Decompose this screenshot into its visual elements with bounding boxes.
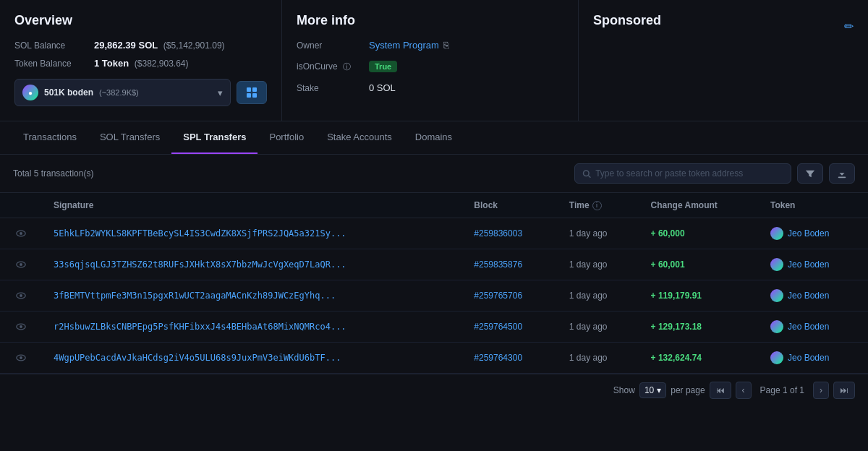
- search-box: [574, 163, 791, 184]
- change-amount-cell: + 129,173.18: [639, 312, 759, 343]
- download-button[interactable]: [829, 163, 855, 184]
- token-name-link[interactable]: Jeo Boden: [788, 291, 829, 301]
- sol-amount: 29,862.39 SOL: [94, 40, 158, 51]
- block-link[interactable]: #259764300: [474, 353, 522, 363]
- table-section: Total 5 transaction(s): [0, 155, 868, 406]
- next-page-button[interactable]: ›: [813, 382, 829, 399]
- block-link[interactable]: #259765706: [474, 291, 522, 301]
- tab-portfolio[interactable]: Portfolio: [258, 121, 315, 154]
- owner-link[interactable]: System Program: [369, 40, 439, 51]
- first-page-button[interactable]: ⏮: [710, 382, 731, 399]
- svg-point-10: [20, 263, 22, 266]
- owner-value: System Program ⎘: [369, 40, 449, 51]
- eye-icon: [16, 323, 26, 330]
- token-cell: Jeo Boden: [759, 280, 868, 312]
- signature-link[interactable]: r2HsbuwZLBksCNBPEpg5PsfKHFibxxJ4s4BEHbaA…: [54, 322, 346, 332]
- svg-point-16: [20, 356, 22, 359]
- eye-cell: [0, 280, 42, 312]
- block-cell: #259835876: [462, 249, 557, 280]
- is-on-curve-info-icon[interactable]: ⓘ: [343, 62, 351, 71]
- copy-icon[interactable]: ⎘: [443, 40, 449, 51]
- sponsored-title: Sponsored: [593, 13, 661, 28]
- token-dropdown[interactable]: ● 501K boden (~382.9K$) ▾: [14, 79, 231, 106]
- block-cell: #259836003: [462, 218, 557, 249]
- eye-cell: [0, 312, 42, 343]
- table-row: 33s6qjsqLGJ3TZHSZ62t8RUFsJXHktX8sX7bbzMw…: [0, 249, 868, 280]
- eye-cell: [0, 218, 42, 249]
- token-name-link[interactable]: Jeo Boden: [788, 259, 829, 270]
- token-cell: Jeo Boden: [759, 249, 868, 280]
- filter-icon: [805, 168, 815, 179]
- token-avatar: [770, 351, 783, 364]
- per-page-label: per page: [671, 385, 705, 395]
- eye-icon: [16, 230, 26, 237]
- change-amount-cell: + 60,000: [639, 218, 759, 249]
- svg-point-4: [584, 170, 590, 176]
- table-toolbar: Total 5 transaction(s): [0, 155, 868, 192]
- block-link[interactable]: #259835876: [474, 259, 522, 270]
- is-on-curve-row: isOnCurve ⓘ True: [297, 61, 563, 72]
- token-name-link[interactable]: Jeo Boden: [788, 322, 829, 332]
- time-info-icon[interactable]: i: [592, 201, 602, 210]
- token-cell: Jeo Boden: [759, 343, 868, 374]
- signature-cell: 33s6qjsqLGJ3TZHSZ62t8RUFsJXHktX8sX7bbzMw…: [42, 249, 462, 280]
- change-amount-value: + 119,179.91: [651, 291, 702, 301]
- edit-icon[interactable]: ✏: [844, 20, 854, 33]
- token-usd-amount: ($382,903.64): [135, 59, 189, 69]
- block-cell: #259765706: [462, 280, 557, 312]
- select-chevron-icon: ▾: [657, 385, 661, 395]
- token-name-link[interactable]: Jeo Boden: [788, 353, 829, 363]
- svg-point-8: [20, 232, 22, 235]
- signature-link[interactable]: 3fBEMTVttpmFe3M3n15pgxR1wUCT2aagaMACnKzh…: [54, 291, 336, 301]
- owner-row: Owner System Program ⎘: [297, 40, 563, 51]
- stake-row: Stake 0 SOL: [297, 82, 563, 93]
- token-balance-value: 1 Token ($382,903.64): [94, 58, 189, 69]
- true-badge: True: [369, 61, 397, 72]
- token-avatar: [770, 258, 783, 271]
- block-link[interactable]: #259836003: [474, 228, 522, 239]
- col-eye: [0, 193, 42, 218]
- svg-point-12: [20, 294, 22, 297]
- token-name-link[interactable]: Jeo Boden: [788, 228, 829, 239]
- sol-balance-row: SOL Balance 29,862.39 SOL ($5,142,901.09…: [14, 40, 267, 51]
- block-link[interactable]: #259764500: [474, 322, 522, 332]
- token-view-button[interactable]: [237, 81, 267, 104]
- stake-value: 0 SOL: [369, 82, 396, 93]
- tab-spl-transfers[interactable]: SPL Transfers: [171, 121, 258, 154]
- table-header-row: Signature Block Time i Change Amount Tok…: [0, 193, 868, 218]
- svg-rect-0: [247, 87, 251, 92]
- eye-icon: [16, 261, 26, 268]
- filter-button[interactable]: [797, 163, 823, 184]
- signature-link[interactable]: 33s6qjsqLGJ3TZHSZ62t8RUFsJXHktX8sX7bbzMw…: [54, 259, 346, 270]
- per-page-select[interactable]: 10 ▾: [639, 382, 666, 398]
- tab-stake-accounts[interactable]: Stake Accounts: [315, 121, 404, 154]
- search-input[interactable]: [595, 168, 783, 179]
- signature-cell: r2HsbuwZLBksCNBPEpg5PsfKHFibxxJ4s4BEHbaA…: [42, 312, 462, 343]
- tab-transactions[interactable]: Transactions: [12, 121, 88, 154]
- prev-page-button[interactable]: ‹: [736, 382, 752, 399]
- block-cell: #259764500: [462, 312, 557, 343]
- signature-link[interactable]: 5EhkLFb2WYKLS8KPFTBeBcySL4IS3CwdZK8XSjfP…: [54, 228, 346, 239]
- eye-button[interactable]: [12, 291, 30, 301]
- eye-button[interactable]: [12, 322, 30, 332]
- tab-sol-transfers[interactable]: SOL Transfers: [88, 121, 171, 154]
- time-cell: 1 day ago: [558, 218, 639, 249]
- tab-domains[interactable]: Domains: [404, 121, 464, 154]
- svg-rect-6: [838, 176, 846, 178]
- grid-icon: [246, 87, 258, 98]
- sol-balance-label: SOL Balance: [14, 40, 94, 51]
- eye-button[interactable]: [12, 259, 30, 270]
- time-value: 1 day ago: [569, 322, 608, 332]
- last-page-button[interactable]: ⏭: [833, 382, 855, 399]
- eye-button[interactable]: [12, 228, 30, 239]
- table-row: 4WgpUPebCacdAvJkaHCdsg2iV4o5ULU68s9JuxPm…: [0, 343, 868, 374]
- signature-link[interactable]: 4WgpUPebCacdAvJkaHCdsg2iV4o5ULU68s9JuxPm…: [54, 353, 341, 363]
- token-selector-amount: (~382.9K$): [99, 88, 139, 97]
- overview-panel: Overview SOL Balance 29,862.39 SOL ($5,1…: [0, 0, 282, 121]
- time-value: 1 day ago: [569, 353, 608, 363]
- eye-button[interactable]: [12, 353, 30, 364]
- owner-label: Owner: [297, 40, 369, 51]
- download-icon: [837, 168, 847, 179]
- stake-label: Stake: [297, 83, 369, 93]
- eye-cell: [0, 249, 42, 280]
